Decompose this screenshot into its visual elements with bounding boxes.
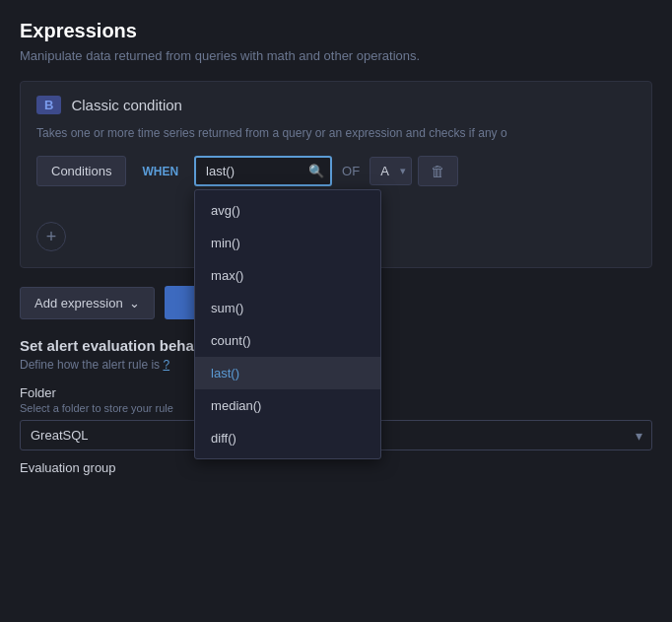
series-select[interactable]: A [370,157,412,185]
dropdown-item-max[interactable]: max() [195,259,380,292]
dropdown-item-avg[interactable]: avg() [195,194,380,227]
badge-b: B [36,96,61,114]
dropdown-item-last[interactable]: last() [195,357,380,389]
function-dropdown-menu: avg() min() max() sum() count() last() m… [194,189,381,459]
dropdown-item-count[interactable]: count() [195,324,380,357]
add-condition-button[interactable]: + [36,222,66,251]
eval-group-field: Evaluation group [20,460,652,475]
card-description: Takes one or more time series returned f… [36,124,636,142]
add-expression-button[interactable]: Add expression ⌄ [20,287,155,319]
page-subtitle: Manipulate data returned from queries wi… [20,48,652,63]
dropdown-item-median[interactable]: median() [195,389,380,422]
conditions-row: Conditions WHEN 🔍 avg() min() max() sum(… [36,156,636,186]
alert-desc-text: Define how the alert rule is [20,358,160,372]
add-circle-icon: + [46,227,57,247]
dropdown-item-diff[interactable]: diff() [195,422,380,454]
eval-group-label: Evaluation group [20,460,652,475]
dropdown-item-sum[interactable]: sum() [195,292,380,324]
classic-condition-card: B Classic condition Takes one or more ti… [20,81,652,268]
card-header: B Classic condition [36,96,636,114]
of-label: OF [338,164,364,178]
page-container: Expressions Manipulate data returned fro… [0,0,672,475]
function-dropdown-wrapper[interactable]: 🔍 avg() min() max() sum() count() last()… [194,156,332,186]
series-select-wrapper[interactable]: A [370,157,412,185]
function-input[interactable] [194,156,332,186]
add-expression-label: Add expression [34,296,123,311]
alert-desc-link[interactable]: ? [163,358,169,372]
card-title: Classic condition [71,97,182,113]
page-title: Expressions [20,20,652,42]
dropdown-item-min[interactable]: min() [195,227,380,259]
run-queries-button[interactable] [165,286,198,319]
delete-condition-button[interactable]: 🗑 [418,156,458,186]
chevron-down-icon: ⌄ [129,296,140,311]
when-label: WHEN [132,158,188,185]
conditions-label: Conditions [36,156,126,186]
